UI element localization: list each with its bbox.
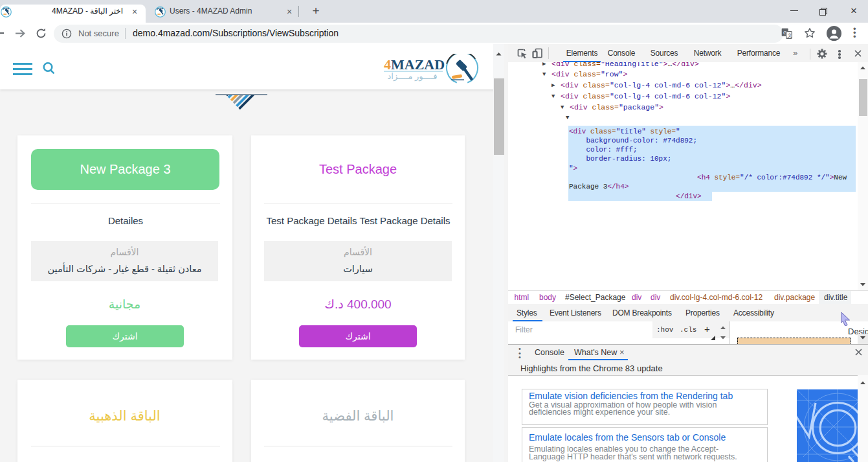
svg-text:فــــور مــــزاد: فــــور مــــزاد [388, 71, 438, 82]
svg-text:文: 文 [787, 32, 792, 38]
svg-text:4MAZAD: 4MAZAD [384, 56, 445, 73]
